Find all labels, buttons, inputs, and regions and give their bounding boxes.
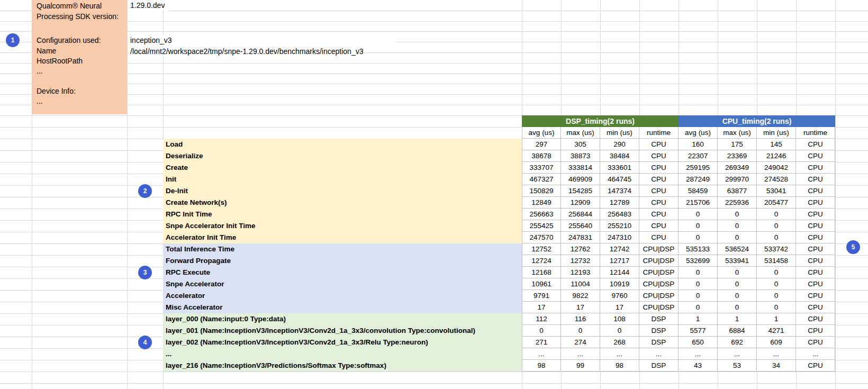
data-cell[interactable]: 12144 [600,267,639,278]
data-cell[interactable]: 63877 [718,185,757,197]
host-root-path-label[interactable]: HostRootPath [37,56,83,66]
data-cell[interactable]: 0 [718,290,757,302]
data-cell[interactable]: 0 [757,278,796,290]
comment-badge-3[interactable]: 3 [138,266,152,279]
data-cell[interactable]: 247310 [600,232,639,243]
data-cell[interactable]: CPU [796,150,835,162]
comment-badge-2[interactable]: 2 [138,184,152,198]
data-cell[interactable]: 256663 [522,209,561,220]
data-cell[interactable]: 255425 [522,220,561,232]
data-cell[interactable]: 0 [718,267,757,278]
data-cell[interactable]: 0 [757,290,796,302]
row-label-cell[interactable]: ... [163,348,522,360]
data-cell[interactable]: 1 [757,313,796,325]
data-cell[interactable]: 0 [679,209,718,220]
data-cell[interactable]: 533941 [718,255,757,267]
data-cell[interactable]: CPU [796,278,835,290]
data-cell[interactable]: 9760 [600,290,639,302]
data-cell[interactable]: 38678 [522,150,561,162]
data-cell[interactable]: 108 [600,313,639,325]
configuration-used-label[interactable]: Configuration used: [37,35,101,46]
data-cell[interactable]: 12789 [600,197,639,209]
data-cell[interactable]: 274 [561,337,600,348]
data-cell[interactable]: ... [600,348,639,360]
data-cell[interactable]: 268 [600,337,639,348]
data-cell[interactable]: ... [679,348,718,360]
data-cell[interactable]: CPU [639,197,679,209]
data-cell[interactable]: 21246 [757,150,796,162]
data-cell[interactable]: 10919 [600,278,639,290]
data-cell[interactable]: CPU [639,150,679,162]
data-cell[interactable]: 0 [679,232,718,243]
data-cell[interactable]: 464745 [600,174,639,185]
data-cell[interactable]: 0 [679,220,718,232]
subheader-cell[interactable]: min (us) [757,127,796,139]
data-cell[interactable]: 255640 [561,220,600,232]
data-cell[interactable]: 0 [757,267,796,278]
data-cell[interactable]: 0 [679,302,718,313]
data-cell[interactable]: 23369 [718,150,757,162]
data-cell[interactable]: CPU [796,162,835,174]
row-label-cell[interactable]: RPC Init Time [163,209,522,220]
data-cell[interactable]: 692 [718,337,757,348]
data-cell[interactable]: CPU [796,267,835,278]
sdk-version-label-line1[interactable]: Qualcomm® Neural [37,1,102,11]
data-cell[interactable]: 255210 [600,220,639,232]
data-cell[interactable]: 12168 [522,267,561,278]
data-cell[interactable]: 5577 [679,325,718,337]
data-cell[interactable]: 205477 [757,197,796,209]
data-cell[interactable]: CPU [796,209,835,220]
data-cell[interactable]: ... [796,348,835,360]
row-label-cell[interactable]: Snpe Accelerator [163,278,522,290]
data-cell[interactable]: 9822 [561,290,600,302]
data-cell[interactable]: 17 [600,302,639,313]
data-cell[interactable]: CPU [796,232,835,243]
data-cell[interactable]: CPU [639,174,679,185]
data-cell[interactable]: 12193 [561,267,600,278]
data-cell[interactable]: CPU|DSP [639,302,679,313]
data-cell[interactable]: CPU [639,232,679,243]
comment-badge-5[interactable]: 5 [846,240,860,254]
data-cell[interactable]: 469909 [561,174,600,185]
data-cell[interactable]: 99 [561,360,600,372]
data-cell[interactable]: 1 [679,313,718,325]
dsp-timing-header-cell[interactable]: DSP_timing(2 runs) [522,115,679,127]
data-cell[interactable]: ... [757,348,796,360]
data-cell[interactable]: 0 [718,209,757,220]
data-cell[interactable]: 467327 [522,174,561,185]
device-info-label[interactable]: Device Info: [37,86,76,96]
data-cell[interactable]: 536524 [718,243,757,255]
data-cell[interactable]: CPU|DSP [639,278,679,290]
data-cell[interactable]: 609 [757,337,796,348]
configuration-used-value[interactable]: inception_v3 [129,35,174,46]
row-label-cell[interactable]: layer_000 (Name:input:0 Type:data) [163,313,522,325]
host-root-path-value[interactable]: /local/mnt2/workspace2/tmp/snpe-1.29.0.d… [129,46,365,57]
data-cell[interactable]: 333601 [600,162,639,174]
row-label-cell[interactable]: layer_216 (Name:InceptionV3/Predictions/… [163,360,522,372]
data-cell[interactable]: 116 [561,313,600,325]
data-cell[interactable]: CPU|DSP [639,255,679,267]
data-cell[interactable]: 299970 [718,174,757,185]
data-cell[interactable]: 53 [718,360,757,372]
subheader-cell[interactable]: max (us) [561,127,600,139]
subheader-cell[interactable]: min (us) [600,127,639,139]
data-cell[interactable]: 22307 [679,150,718,162]
data-cell[interactable]: CPU [796,243,835,255]
data-cell[interactable]: 305 [561,139,600,150]
data-cell[interactable]: 215706 [679,197,718,209]
info-ellipsis-2[interactable]: ... [37,96,43,106]
subheader-cell[interactable]: max (us) [718,127,757,139]
data-cell[interactable]: 17 [561,302,600,313]
data-cell[interactable]: CPU [796,290,835,302]
subheader-cell[interactable]: runtime [796,127,835,139]
data-cell[interactable]: 34 [757,360,796,372]
data-cell[interactable]: 0 [757,302,796,313]
data-cell[interactable]: 0 [718,278,757,290]
data-cell[interactable]: 175 [718,139,757,150]
data-cell[interactable]: 12724 [522,255,561,267]
data-cell[interactable]: 12732 [561,255,600,267]
data-cell[interactable]: 10961 [522,278,561,290]
data-cell[interactable]: 259195 [679,162,718,174]
data-cell[interactable]: 38873 [561,150,600,162]
row-label-cell[interactable]: Accelerator Init Time [163,232,522,243]
